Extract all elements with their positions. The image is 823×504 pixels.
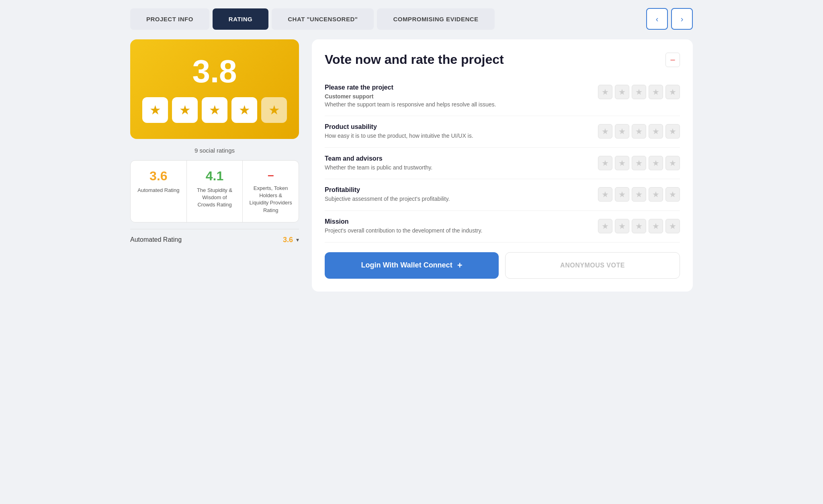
automated-rating-value-row: 3.6 ▾: [283, 236, 299, 244]
star-input-customer-support[interactable]: ★ ★ ★ ★ ★: [598, 85, 680, 99]
tab-chat[interactable]: CHAT "UNCENSORED": [272, 8, 374, 30]
category-desc-team-advisors: Whether the team is public and trustwort…: [325, 164, 590, 172]
experts-value: –: [249, 169, 292, 182]
star-input-5-4[interactable]: ★: [649, 219, 663, 233]
automated-rating-label: Automated Rating: [130, 236, 182, 243]
star-input-4-2[interactable]: ★: [615, 187, 629, 202]
category-info-product-usability: Product usability How easy it is to use …: [325, 123, 590, 140]
star-input-4-1[interactable]: ★: [598, 187, 612, 202]
sub-rating-experts: – Experts, Token Holders & Liquidity Pro…: [243, 161, 299, 222]
crowds-label: The Stupidity & Wisdom of Crowds Rating: [193, 187, 236, 209]
star-input-1-3[interactable]: ★: [632, 85, 646, 99]
star-input-2-3[interactable]: ★: [632, 124, 646, 139]
star-input-2-1[interactable]: ★: [598, 124, 612, 139]
automated-rating-row: Automated Rating 3.6 ▾: [130, 229, 299, 251]
category-mission: Mission Project's overall contribution t…: [325, 211, 680, 243]
star-input-4-5[interactable]: ★: [665, 187, 680, 202]
sub-ratings: 3.6 Automated Rating 4.1 The Stupidity &…: [130, 160, 299, 222]
star-input-4-4[interactable]: ★: [649, 187, 663, 202]
experts-label: Experts, Token Holders & Liquidity Provi…: [249, 185, 292, 214]
right-panel: Vote now and rate the project – Please r…: [312, 39, 693, 292]
stars-row: ★ ★ ★ ★ ★: [142, 97, 287, 123]
star-input-3-2[interactable]: ★: [615, 156, 629, 170]
category-name-team-advisors: Team and advisors: [325, 155, 590, 162]
category-info-team-advisors: Team and advisors Whether the team is pu…: [325, 155, 590, 172]
automated-rating-num: 3.6: [283, 236, 293, 244]
star-2: ★: [172, 97, 198, 123]
page-wrapper: PROJECT INFO RATING CHAT "UNCENSORED" CO…: [130, 8, 693, 292]
star-3: ★: [202, 97, 227, 123]
category-desc-profitability: Subjective assessment of the project's p…: [325, 195, 590, 203]
category-profitability: Profitability Subjective assessment of t…: [325, 179, 680, 211]
star-input-1-2[interactable]: ★: [615, 85, 629, 99]
star-input-4-3[interactable]: ★: [632, 187, 646, 202]
wallet-connect-button[interactable]: Login With Wallet Connect +: [325, 252, 499, 279]
plus-icon: +: [457, 260, 463, 271]
star-input-5-2[interactable]: ★: [615, 219, 629, 233]
category-desc-customer-support: Customer support Whether the support tea…: [325, 93, 590, 108]
category-team-advisors: Team and advisors Whether the team is pu…: [325, 148, 680, 180]
automated-label: Automated Rating: [137, 187, 180, 194]
star-input-1-5[interactable]: ★: [665, 85, 680, 99]
star-input-product-usability[interactable]: ★ ★ ★ ★ ★: [598, 124, 680, 139]
nav-arrows: ‹ ›: [646, 8, 693, 30]
star-5: ★: [261, 97, 287, 123]
crowds-value: 4.1: [193, 169, 236, 184]
star-input-5-3[interactable]: ★: [632, 219, 646, 233]
category-name-product-usability: Product usability: [325, 123, 590, 131]
star-input-mission[interactable]: ★ ★ ★ ★ ★: [598, 219, 680, 233]
category-product-usability: Product usability How easy it is to use …: [325, 116, 680, 148]
star-input-2-5[interactable]: ★: [665, 124, 680, 139]
star-4: ★: [231, 97, 257, 123]
star-input-profitability[interactable]: ★ ★ ★ ★ ★: [598, 187, 680, 202]
nav-tabs: PROJECT INFO RATING CHAT "UNCENSORED" CO…: [130, 8, 693, 30]
category-customer-support: Please rate the project Customer support…: [325, 77, 680, 116]
dropdown-arrow-icon[interactable]: ▾: [296, 237, 299, 243]
anonymous-vote-button[interactable]: ANONYMOUS VOTE: [505, 252, 680, 279]
tab-project-info[interactable]: PROJECT INFO: [130, 8, 209, 30]
category-info-profitability: Profitability Subjective assessment of t…: [325, 186, 590, 203]
tab-evidence[interactable]: COMPROMISING EVIDENCE: [377, 8, 494, 30]
star-input-1-4[interactable]: ★: [649, 85, 663, 99]
left-panel: 3.8 ★ ★ ★ ★ ★ 9 social ratings 3.6 Autom…: [130, 39, 299, 251]
star-input-team-advisors[interactable]: ★ ★ ★ ★ ★: [598, 156, 680, 170]
star-input-3-1[interactable]: ★: [598, 156, 612, 170]
customer-support-subtitle: Customer support: [325, 93, 373, 100]
vote-title: Vote now and rate the project: [325, 52, 504, 67]
nav-arrow-left[interactable]: ‹: [646, 8, 668, 30]
category-info-customer-support: Please rate the project Customer support…: [325, 84, 590, 108]
star-input-3-4[interactable]: ★: [649, 156, 663, 170]
wallet-connect-label: Login With Wallet Connect: [361, 261, 452, 269]
sub-rating-automated: 3.6 Automated Rating: [131, 161, 187, 222]
action-buttons: Login With Wallet Connect + ANONYMOUS VO…: [325, 252, 680, 279]
category-info-mission: Mission Project's overall contribution t…: [325, 218, 590, 235]
customer-support-detail: Whether the support team is responsive a…: [325, 101, 496, 108]
vote-header: Vote now and rate the project –: [325, 52, 680, 67]
nav-arrow-right[interactable]: ›: [671, 8, 693, 30]
star-input-3-5[interactable]: ★: [665, 156, 680, 170]
star-1: ★: [142, 97, 168, 123]
category-name-profitability: Profitability: [325, 186, 590, 194]
star-input-3-3[interactable]: ★: [632, 156, 646, 170]
star-input-5-5[interactable]: ★: [665, 219, 680, 233]
rating-card: 3.8 ★ ★ ★ ★ ★: [130, 39, 299, 139]
category-name-customer-support: Please rate the project: [325, 84, 590, 91]
sub-rating-crowds: 4.1 The Stupidity & Wisdom of Crowds Rat…: [187, 161, 243, 222]
automated-value: 3.6: [137, 169, 180, 184]
big-rating-number: 3.8: [142, 55, 287, 88]
star-input-5-1[interactable]: ★: [598, 219, 612, 233]
category-name-mission: Mission: [325, 218, 590, 225]
star-input-2-4[interactable]: ★: [649, 124, 663, 139]
main-content: 3.8 ★ ★ ★ ★ ★ 9 social ratings 3.6 Autom…: [130, 39, 693, 292]
category-desc-mission: Project's overall contribution to the de…: [325, 227, 590, 235]
social-ratings-label: 9 social ratings: [130, 147, 299, 154]
minus-button[interactable]: –: [665, 53, 680, 67]
star-input-2-2[interactable]: ★: [615, 124, 629, 139]
tab-rating[interactable]: RATING: [213, 8, 268, 30]
category-desc-product-usability: How easy it is to use the product, how i…: [325, 132, 590, 140]
star-input-1-1[interactable]: ★: [598, 85, 612, 99]
